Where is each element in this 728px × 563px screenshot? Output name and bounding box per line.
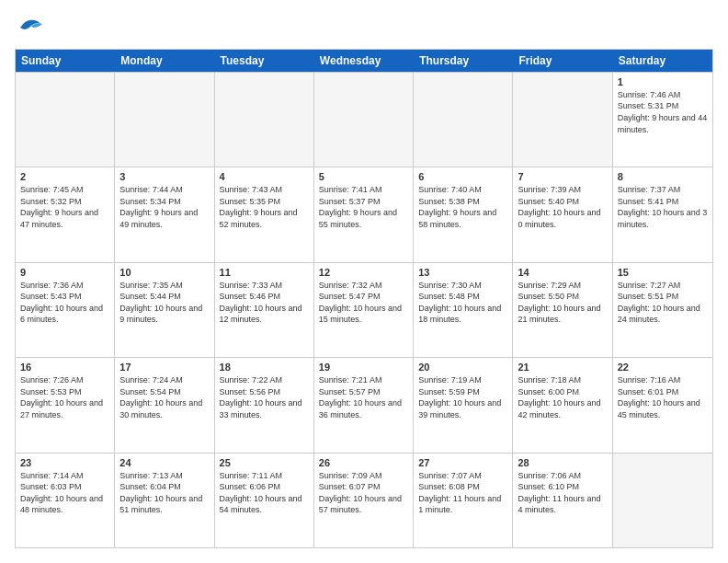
day-info: Sunrise: 7:24 AM Sunset: 5:54 PM Dayligh… [119,374,209,420]
table-row: 5Sunrise: 7:41 AM Sunset: 5:37 PM Daylig… [314,167,414,261]
weekday-header-wednesday: Wednesday [314,50,414,72]
table-row [314,73,414,167]
day-number: 3 [119,171,209,182]
table-row: 17Sunrise: 7:24 AM Sunset: 5:54 PM Dayli… [115,358,214,452]
day-info: Sunrise: 7:32 AM Sunset: 5:47 PM Dayligh… [319,280,408,326]
day-number: 4 [220,171,309,182]
day-number: 21 [518,362,607,373]
table-row: 4Sunrise: 7:43 AM Sunset: 5:35 PM Daylig… [215,167,314,261]
day-info: Sunrise: 7:21 AM Sunset: 5:57 PM Dayligh… [319,374,408,420]
day-number: 11 [220,267,309,278]
day-number: 27 [418,457,507,468]
cal-row-3: 16Sunrise: 7:26 AM Sunset: 5:53 PM Dayli… [16,357,712,452]
table-row: 11Sunrise: 7:33 AM Sunset: 5:46 PM Dayli… [215,263,314,357]
table-row: 24Sunrise: 7:13 AM Sunset: 6:04 PM Dayli… [115,454,214,547]
weekday-header-sunday: Sunday [16,50,115,72]
day-info: Sunrise: 7:41 AM Sunset: 5:37 PM Dayligh… [319,184,408,230]
day-info: Sunrise: 7:35 AM Sunset: 5:44 PM Dayligh… [119,280,209,326]
table-row: 20Sunrise: 7:19 AM Sunset: 5:59 PM Dayli… [414,358,513,452]
table-row: 15Sunrise: 7:27 AM Sunset: 5:51 PM Dayli… [613,263,712,357]
day-number: 13 [418,267,507,278]
table-row [414,73,513,167]
table-row: 3Sunrise: 7:44 AM Sunset: 5:34 PM Daylig… [115,167,214,261]
day-number: 20 [418,362,507,373]
day-info: Sunrise: 7:27 AM Sunset: 5:51 PM Dayligh… [618,280,708,326]
table-row: 7Sunrise: 7:39 AM Sunset: 5:40 PM Daylig… [513,167,612,261]
table-row [513,73,612,167]
calendar-body: 1Sunrise: 7:46 AM Sunset: 5:31 PM Daylig… [16,72,712,547]
table-row: 2Sunrise: 7:45 AM Sunset: 5:32 PM Daylig… [16,167,115,261]
calendar: SundayMondayTuesdayWednesdayThursdayFrid… [15,49,713,548]
day-number: 17 [119,362,209,373]
day-number: 12 [319,267,408,278]
day-info: Sunrise: 7:26 AM Sunset: 5:53 PM Dayligh… [20,374,109,420]
day-number: 22 [618,362,708,373]
table-row: 8Sunrise: 7:37 AM Sunset: 5:41 PM Daylig… [613,167,712,261]
table-row [115,73,214,167]
day-number: 5 [319,171,408,182]
day-number: 16 [20,362,109,373]
table-row: 18Sunrise: 7:22 AM Sunset: 5:56 PM Dayli… [215,358,314,452]
day-number: 10 [119,267,209,278]
logo-bird-icon [17,15,42,35]
day-info: Sunrise: 7:30 AM Sunset: 5:48 PM Dayligh… [418,280,507,326]
cal-row-0: 1Sunrise: 7:46 AM Sunset: 5:31 PM Daylig… [16,72,712,167]
table-row: 27Sunrise: 7:07 AM Sunset: 6:08 PM Dayli… [414,454,513,547]
day-number: 15 [618,267,708,278]
day-number: 14 [518,267,607,278]
table-row: 22Sunrise: 7:16 AM Sunset: 6:01 PM Dayli… [613,358,712,452]
day-info: Sunrise: 7:43 AM Sunset: 5:35 PM Dayligh… [220,184,309,230]
day-info: Sunrise: 7:37 AM Sunset: 5:41 PM Dayligh… [618,184,708,230]
weekday-header-saturday: Saturday [613,50,712,72]
day-info: Sunrise: 7:11 AM Sunset: 6:06 PM Dayligh… [220,470,309,516]
day-info: Sunrise: 7:36 AM Sunset: 5:43 PM Dayligh… [20,280,109,326]
day-number: 7 [518,171,607,182]
day-info: Sunrise: 7:06 AM Sunset: 6:10 PM Dayligh… [518,470,607,516]
day-info: Sunrise: 7:18 AM Sunset: 6:00 PM Dayligh… [518,374,607,420]
weekday-header-thursday: Thursday [414,50,513,72]
weekday-header-monday: Monday [115,50,214,72]
table-row: 19Sunrise: 7:21 AM Sunset: 5:57 PM Dayli… [314,358,414,452]
day-info: Sunrise: 7:19 AM Sunset: 5:59 PM Dayligh… [418,374,507,420]
table-row: 28Sunrise: 7:06 AM Sunset: 6:10 PM Dayli… [513,454,612,547]
table-row: 13Sunrise: 7:30 AM Sunset: 5:48 PM Dayli… [414,263,513,357]
day-number: 26 [319,457,408,468]
day-number: 6 [418,171,507,182]
day-info: Sunrise: 7:33 AM Sunset: 5:46 PM Dayligh… [220,280,309,326]
table-row: 23Sunrise: 7:14 AM Sunset: 6:03 PM Dayli… [16,454,115,547]
table-row: 14Sunrise: 7:29 AM Sunset: 5:50 PM Dayli… [513,263,612,357]
day-info: Sunrise: 7:09 AM Sunset: 6:07 PM Dayligh… [319,470,408,516]
day-info: Sunrise: 7:45 AM Sunset: 5:32 PM Dayligh… [20,184,109,230]
day-info: Sunrise: 7:16 AM Sunset: 6:01 PM Dayligh… [618,374,708,420]
day-number: 24 [119,457,209,468]
day-info: Sunrise: 7:13 AM Sunset: 6:04 PM Dayligh… [119,470,209,516]
day-number: 23 [20,457,109,468]
table-row: 10Sunrise: 7:35 AM Sunset: 5:44 PM Dayli… [115,263,214,357]
table-row: 25Sunrise: 7:11 AM Sunset: 6:06 PM Dayli… [215,454,314,547]
day-number: 19 [319,362,408,373]
cal-row-2: 9Sunrise: 7:36 AM Sunset: 5:43 PM Daylig… [16,262,712,357]
day-number: 8 [618,171,708,182]
table-row: 6Sunrise: 7:40 AM Sunset: 5:38 PM Daylig… [414,167,513,261]
day-number: 28 [518,457,607,468]
day-info: Sunrise: 7:14 AM Sunset: 6:03 PM Dayligh… [20,470,109,516]
day-number: 9 [20,267,109,278]
logo-text [15,15,42,40]
day-number: 1 [618,76,708,87]
day-info: Sunrise: 7:29 AM Sunset: 5:50 PM Dayligh… [518,280,607,326]
day-number: 2 [20,171,109,182]
day-info: Sunrise: 7:46 AM Sunset: 5:31 PM Dayligh… [618,89,708,135]
cal-row-4: 23Sunrise: 7:14 AM Sunset: 6:03 PM Dayli… [16,453,712,547]
table-row: 1Sunrise: 7:46 AM Sunset: 5:31 PM Daylig… [613,73,712,167]
day-info: Sunrise: 7:07 AM Sunset: 6:08 PM Dayligh… [418,470,507,516]
table-row [215,73,314,167]
logo [15,15,42,40]
table-row: 26Sunrise: 7:09 AM Sunset: 6:07 PM Dayli… [314,454,414,547]
day-info: Sunrise: 7:44 AM Sunset: 5:34 PM Dayligh… [119,184,209,230]
table-row [613,454,712,547]
weekday-header-tuesday: Tuesday [215,50,314,72]
day-info: Sunrise: 7:40 AM Sunset: 5:38 PM Dayligh… [418,184,507,230]
table-row: 21Sunrise: 7:18 AM Sunset: 6:00 PM Dayli… [513,358,612,452]
header [15,15,713,40]
weekday-header-friday: Friday [513,50,612,72]
